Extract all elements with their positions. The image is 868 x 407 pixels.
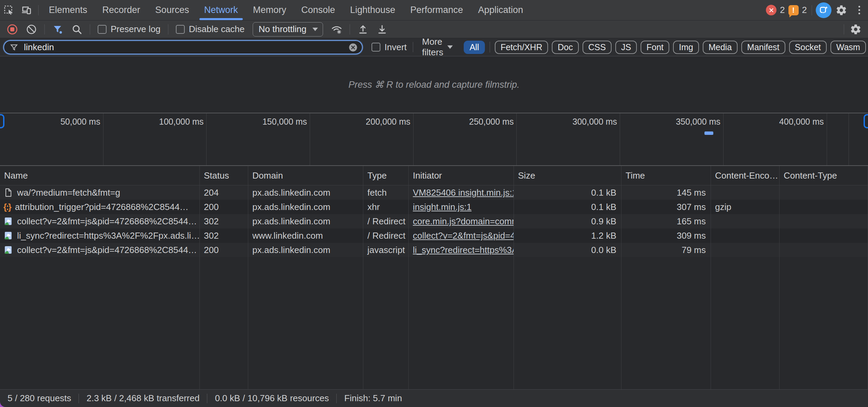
inspect-icon[interactable]: [0, 2, 18, 18]
type-cell: fetch: [363, 185, 409, 200]
column-header-domain[interactable]: Domain: [248, 166, 363, 185]
throttling-select[interactable]: No throttling: [253, 22, 323, 37]
column-header-name[interactable]: Name: [0, 166, 200, 185]
chip-img[interactable]: Img: [673, 41, 699, 54]
export-har-icon[interactable]: [373, 21, 391, 38]
row-image-icon: [3, 245, 13, 255]
column-header-time[interactable]: Time: [621, 166, 711, 185]
status-cell: 204: [200, 185, 248, 200]
warning-count: 2: [802, 5, 807, 15]
preserve-log-toggle[interactable]: Preserve log: [94, 24, 164, 34]
input-filter-icon: [10, 43, 18, 52]
tab-performance[interactable]: Performance: [403, 0, 471, 20]
disable-cache-toggle[interactable]: Disable cache: [172, 24, 248, 34]
column-header-type[interactable]: Type: [363, 166, 409, 185]
content-encoding-cell: [711, 185, 780, 200]
network-settings-gear-icon[interactable]: [847, 21, 865, 38]
chip-wasm[interactable]: Wasm: [830, 41, 866, 54]
devtools-window: ElementsRecorderSourcesNetworkMemoryCons…: [0, 0, 868, 407]
tab-application[interactable]: Application: [471, 0, 531, 20]
chip-media[interactable]: Media: [703, 41, 738, 54]
column-header-initiator[interactable]: Initiator: [409, 166, 514, 185]
initiator-link[interactable]: li_sync?redirect=https%3A: [413, 245, 514, 255]
column-header-content-type[interactable]: Content-Type: [780, 166, 868, 185]
content-encoding-cell: [711, 243, 780, 257]
divider: [490, 42, 490, 53]
timeline-segment: 200,000 ms: [310, 113, 414, 165]
companion-icon[interactable]: [815, 2, 832, 18]
table-row[interactable]: li_sync?redirect=https%3A%2F%2Fpx.ads.li…: [0, 228, 868, 243]
timeline-tick-label: 50,000 ms: [60, 113, 103, 165]
domain-cell: px.ads.linkedin.com: [248, 243, 363, 257]
request-name-cell: collect?v=2&fmt=js&pid=4726868%2C8544…: [0, 214, 200, 228]
device-toolbar-icon[interactable]: [18, 2, 36, 18]
initiator-cell: insight.min.js:1: [409, 200, 514, 214]
issues-badges[interactable]: 2 ! 2: [766, 5, 807, 15]
error-badge-icon: [766, 5, 776, 15]
time-cell: 307 ms: [621, 200, 711, 214]
chip-doc[interactable]: Doc: [552, 41, 578, 54]
search-icon[interactable]: [68, 21, 86, 38]
tab-sources[interactable]: Sources: [148, 0, 197, 20]
size-cell: 0.9 kB: [514, 214, 621, 228]
chip-css[interactable]: CSS: [583, 41, 612, 54]
chip-js[interactable]: JS: [615, 41, 637, 54]
error-count: 2: [780, 5, 785, 15]
timeline-segment: 300,000 ms: [517, 113, 620, 165]
table-row[interactable]: {:}attribution_trigger?pid=4726868%2C854…: [0, 200, 868, 214]
filter-input[interactable]: [3, 40, 363, 54]
timeline-tick-label: 250,000 ms: [469, 113, 517, 165]
network-overview-timeline[interactable]: 50,000 ms100,000 ms150,000 ms200,000 ms2…: [0, 113, 868, 166]
chip-font[interactable]: Font: [641, 41, 669, 54]
tab-lighthouse[interactable]: Lighthouse: [342, 0, 403, 20]
chip-manifest[interactable]: Manifest: [741, 41, 785, 54]
initiator-link[interactable]: core.min.js?domain=comm: [413, 216, 514, 227]
tab-network[interactable]: Network: [197, 0, 246, 20]
request-table-header: NameStatusDomainTypeInitiatorSizeTimeCon…: [0, 166, 868, 185]
column-header-status[interactable]: Status: [200, 166, 248, 185]
tab-recorder[interactable]: Recorder: [95, 0, 148, 20]
record-icon[interactable]: [3, 21, 21, 38]
divider: [844, 24, 844, 34]
settings-gear-icon[interactable]: [832, 2, 850, 18]
clear-icon[interactable]: [23, 21, 40, 38]
preserve-log-checkbox: [98, 25, 107, 34]
input-clear-icon[interactable]: [348, 43, 358, 52]
throttling-value: No throttling: [258, 24, 306, 34]
table-row[interactable]: collect?v=2&fmt=js&pid=4726868%2C8544…30…: [0, 214, 868, 228]
tab-elements[interactable]: Elements: [41, 0, 95, 20]
filter-icon[interactable]: [49, 21, 67, 38]
network-conditions-icon[interactable]: [328, 21, 346, 38]
initiator-link[interactable]: VM825406 insight.min.js:1: [413, 187, 514, 198]
tab-console[interactable]: Console: [294, 0, 342, 20]
table-row[interactable]: collect?v=2&fmt=js&pid=4726868%2C8544…20…: [0, 243, 868, 257]
chip-all[interactable]: All: [464, 41, 485, 54]
preserve-log-label: Preserve log: [111, 24, 160, 34]
more-filters-button[interactable]: More filters: [416, 37, 459, 58]
request-name: li_sync?redirect=https%3A%2F%2Fpx.ads.li…: [17, 230, 200, 241]
timeline-segment: 100,000 ms: [103, 113, 207, 165]
import-har-icon[interactable]: [354, 21, 372, 38]
table-row[interactable]: wa/?medium=fetch&fmt=g204px.ads.linkedin…: [0, 185, 868, 200]
filler-cell: [363, 257, 409, 389]
filler-cell: [780, 257, 868, 389]
chip-socket[interactable]: Socket: [789, 41, 827, 54]
more-menu-icon[interactable]: [850, 2, 868, 18]
selection-handle-right[interactable]: [864, 114, 868, 128]
resources-summary: 0.0 kB / 10,796 kB resources: [215, 393, 329, 404]
initiator-link[interactable]: collect?v=2&fmt=js&pid=4: [413, 230, 514, 241]
row-image-icon: [3, 216, 13, 226]
column-header-size[interactable]: Size: [514, 166, 621, 185]
size-cell: 0.1 kB: [514, 200, 621, 214]
tab-memory[interactable]: Memory: [246, 0, 294, 20]
selection-handle-left[interactable]: [0, 114, 4, 128]
content-type-cell: [780, 200, 868, 214]
type-cell: / Redirect: [363, 214, 409, 228]
filler-cell: [248, 257, 363, 389]
panel-tabs: ElementsRecorderSourcesNetworkMemoryCons…: [41, 0, 531, 20]
chip-fetchxhr[interactable]: Fetch/XHR: [495, 41, 548, 54]
initiator-link[interactable]: insight.min.js:1: [413, 202, 472, 212]
disable-cache-label: Disable cache: [189, 24, 244, 34]
column-header-content-enco-[interactable]: Content-Enco…: [711, 166, 780, 185]
invert-filter-toggle[interactable]: Invert: [368, 42, 410, 53]
